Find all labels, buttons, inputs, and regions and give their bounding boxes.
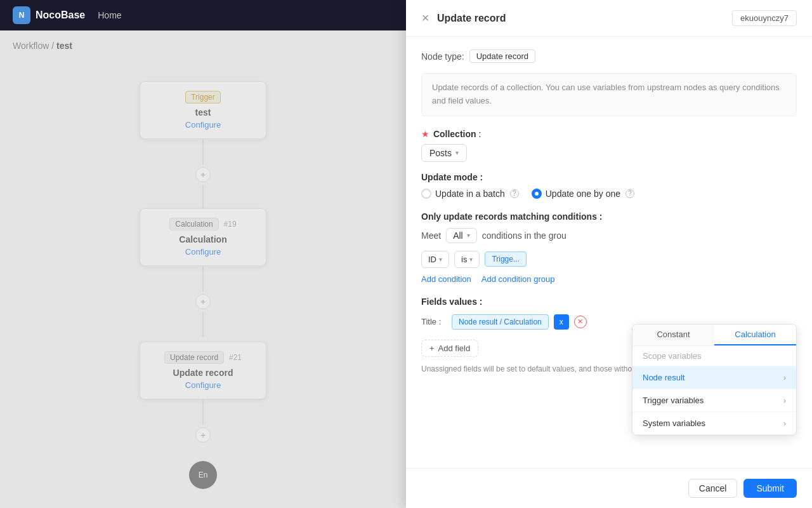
conditions-section: Only update records matching conditions … (421, 211, 797, 284)
arrow-right-icon-2: › (783, 419, 786, 428)
node-type-row: Node type: Update record (421, 50, 797, 63)
update-mode-section: Update mode : Update in a batch ? Update… (421, 172, 797, 199)
arrow-right-icon-0: › (783, 373, 786, 382)
dropdown-item-system-vars[interactable]: System variables › (632, 412, 796, 435)
left-overlay (0, 30, 406, 508)
dropdown-item-label-2: System variables (643, 418, 705, 428)
add-field-button[interactable]: + Add field (421, 340, 478, 357)
conditions-label: Only update records matching conditions … (421, 211, 602, 222)
meet-label: Meet (421, 231, 441, 241)
dropdown-item-label-0: Node result (643, 373, 684, 382)
dropdown-scope: Scope variables (632, 346, 796, 366)
condition-value-btn[interactable]: Trigge... (485, 251, 527, 267)
logo: N NocoBase (13, 6, 85, 24)
meet-select[interactable]: All ▾ (446, 228, 477, 243)
conditions-label-row: Only update records matching conditions … (421, 211, 797, 222)
cancel-button[interactable]: Cancel (688, 479, 738, 498)
collection-value: Posts (429, 148, 452, 158)
node-type-value: Update record (469, 50, 535, 63)
chevron-down-icon: ▾ (455, 149, 459, 156)
drawer-body: Node type: Update record Update records … (406, 37, 812, 468)
add-links-row: Add condition Add condition group (421, 274, 797, 284)
drawer-title: Update record (437, 13, 506, 24)
collection-section: ★ Collection : Posts ▾ (421, 129, 797, 162)
condition-field-select[interactable]: ID ▾ (421, 251, 449, 268)
radio-one (532, 189, 542, 199)
drawer-header: ✕ Update record ekuouynczy7 (406, 0, 812, 37)
nav-home[interactable]: Home (98, 10, 121, 20)
chevron-down-icon-field: ▾ (439, 256, 442, 263)
drawer-title-row: ✕ Update record (421, 12, 506, 24)
field-title-label: Title : (421, 317, 447, 326)
drawer-footer: Cancel Submit (406, 468, 812, 508)
field-title-value-btn[interactable]: Node result / Calculation (452, 314, 549, 330)
collection-label: Collection (433, 129, 476, 139)
dropdown-item-node-result[interactable]: Node result › (632, 366, 796, 389)
collection-select[interactable]: Posts ▾ (421, 144, 467, 162)
add-field-label: Add field (438, 344, 471, 353)
dropdown-popup: Constant Calculation Scope variables Nod… (632, 324, 797, 436)
chevron-down-icon-meet: ▾ (467, 232, 470, 239)
mode-one-label: Update one by one (546, 189, 620, 199)
user-badge: ekuouynczy7 (732, 10, 797, 26)
field-title-value: Node result / Calculation (459, 318, 542, 326)
meet-row: Meet All ▾ conditions in the grou (421, 228, 797, 243)
drawer: ✕ Update record ekuouynczy7 Node type: U… (406, 0, 812, 508)
fields-label: Fields values : (421, 297, 797, 307)
description-text: Update records of a collection. You can … (421, 73, 797, 116)
conditions-suffix: conditions in the grou (482, 231, 566, 241)
update-mode-label: Update mode : (421, 172, 483, 182)
condition-op-value: is (461, 255, 467, 264)
radio-batch (421, 189, 431, 199)
drawer-close-button[interactable]: ✕ (421, 12, 429, 24)
condition-op-select[interactable]: is ▾ (454, 251, 480, 268)
dropdown-item-trigger-vars[interactable]: Trigger variables › (632, 389, 796, 412)
tab-calculation[interactable]: Calculation (714, 324, 796, 345)
condition-value-text: Trigge... (492, 255, 520, 264)
dropdown-item-label-1: Trigger variables (643, 396, 704, 405)
node-type-label: Node type: (421, 51, 464, 62)
dropdown-tabs: Constant Calculation (632, 324, 796, 346)
collection-label-row: ★ Collection : (421, 129, 797, 139)
tab-constant[interactable]: Constant (632, 324, 714, 345)
update-mode-label-row: Update mode : (421, 172, 797, 182)
mode-one-option[interactable]: Update one by one ? (532, 189, 634, 199)
logo-icon: N (13, 6, 30, 24)
app-name: NocoBase (36, 10, 85, 21)
mode-batch-label: Update in a batch (435, 189, 505, 199)
plus-icon: + (429, 344, 435, 353)
mode-batch-option[interactable]: Update in a batch ? (421, 189, 519, 199)
add-condition-group-button[interactable]: Add condition group (481, 274, 555, 284)
help-icon-one: ? (625, 189, 634, 198)
meet-value: All (453, 231, 463, 241)
field-x-button[interactable]: x (554, 314, 569, 330)
arrow-right-icon-1: › (783, 396, 786, 405)
condition-row-1: ID ▾ is ▾ Trigge... (421, 251, 797, 268)
chevron-down-icon-op: ▾ (469, 256, 473, 263)
add-condition-button[interactable]: Add condition (421, 274, 471, 284)
required-star: ★ (421, 129, 429, 139)
condition-field-value: ID (428, 255, 436, 264)
help-icon-batch: ? (510, 189, 519, 198)
mode-row: Update in a batch ? Update one by one ? (421, 189, 797, 199)
submit-button[interactable]: Submit (743, 479, 797, 498)
field-clear-button[interactable]: ✕ (574, 316, 587, 328)
